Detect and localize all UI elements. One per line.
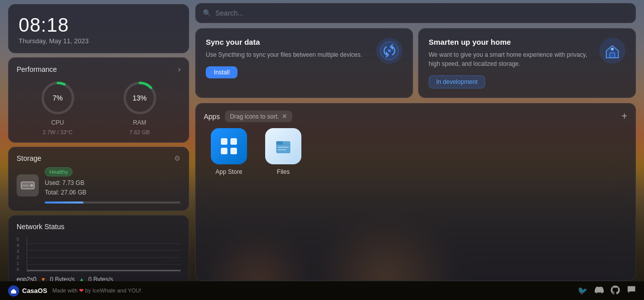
net-interface: enp2s0 xyxy=(17,276,36,281)
storage-total: Total: 27.06 GB xyxy=(45,188,181,197)
sync-card-text: Sync your data Use Syncthing to sync you… xyxy=(206,38,368,78)
upload-speed: 0 Bytes/s xyxy=(89,276,113,281)
sync-card: Sync your data Use Syncthing to sync you… xyxy=(195,28,413,98)
appstore-name: App Store xyxy=(215,168,242,175)
ram-label: RAM xyxy=(133,119,146,126)
hdd-icon xyxy=(17,174,39,196)
upload-arrow-icon: ▲ xyxy=(79,276,85,281)
sync-title: Sync your data xyxy=(206,38,368,46)
drag-hint-close-icon[interactable]: ✕ xyxy=(282,113,287,120)
ram-detail: 7.62 GB xyxy=(129,129,149,135)
app-item-files[interactable]: Files xyxy=(258,128,308,175)
storage-title: Storage xyxy=(17,154,41,162)
bottom-right-icons: 🐦 xyxy=(578,285,636,296)
ram-gauge: 13% RAM 7.62 GB xyxy=(122,80,158,135)
discord-icon[interactable] xyxy=(595,285,604,296)
svg-point-6 xyxy=(31,184,33,186)
cpu-percent-label: 7% xyxy=(52,94,62,102)
storage-used: Used: 7.73 GB xyxy=(45,178,181,188)
svg-rect-7 xyxy=(22,185,28,186)
storage-info: Healthy Used: 7.73 GB Total: 27.06 GB xyxy=(45,167,181,204)
smart-home-card: Smarten up your home We want to give you… xyxy=(418,28,636,98)
apps-grid: App Store Files xyxy=(204,128,627,175)
clock-time: 08:18 xyxy=(19,15,179,36)
download-speed: 0 Bytes/s xyxy=(50,276,74,281)
chart-label-4: 4 xyxy=(17,243,25,248)
home-title: Smarten up your home xyxy=(429,38,591,46)
install-button[interactable]: Install xyxy=(206,66,237,78)
svg-rect-12 xyxy=(221,138,227,145)
chart-label-2: 2 xyxy=(17,255,25,260)
storage-bar-container xyxy=(45,202,181,204)
performance-arrow-icon[interactable]: › xyxy=(178,65,181,74)
storage-panel: Storage ⚙ Healthy xyxy=(8,147,189,211)
storage-settings-icon[interactable]: ⚙ xyxy=(174,154,181,162)
performance-title: Performance xyxy=(17,65,57,73)
svg-rect-10 xyxy=(610,53,615,58)
heart-icon: ❤ xyxy=(79,287,84,293)
performance-panel: Performance › 7% CPU 2 xyxy=(8,57,189,143)
in-development-button[interactable]: In development xyxy=(429,75,485,88)
cpu-detail: 2.7W / 33°C xyxy=(43,129,72,135)
network-title: Network Status xyxy=(17,223,64,231)
app-item-appstore[interactable]: App Store xyxy=(204,128,254,175)
download-arrow-icon: ▼ xyxy=(40,276,46,281)
casaos-icon xyxy=(8,285,19,296)
apps-title: Apps xyxy=(204,113,220,121)
search-bar[interactable]: 🔍 xyxy=(195,3,636,23)
casaos-logo: CasaOS xyxy=(8,285,47,296)
chart-label-5: 5 xyxy=(17,237,25,242)
sync-desc: Use Syncthing to sync your files between… xyxy=(206,50,368,59)
clock-panel: 08:18 Thursday, May 11, 2023 xyxy=(8,4,189,53)
svg-rect-14 xyxy=(221,148,227,154)
apps-section: Apps Drag icons to sort. ✕ + xyxy=(195,103,636,281)
home-desc: We want to give you a smart home experie… xyxy=(429,50,591,68)
bottom-left: CasaOS Made with ❤ by IceWhale and YOU! xyxy=(8,285,141,296)
cpu-gauge: 7% CPU 2.7W / 33°C xyxy=(40,80,76,135)
storage-status-badge: Healthy xyxy=(45,167,72,176)
cpu-circle: 7% xyxy=(40,80,76,116)
cpu-label: CPU xyxy=(51,119,64,126)
svg-point-9 xyxy=(388,49,391,52)
storage-bar xyxy=(45,202,84,204)
chart-label-1: 1 xyxy=(17,261,25,266)
twitter-icon[interactable]: 🐦 xyxy=(578,286,588,295)
files-name: Files xyxy=(277,168,289,175)
chart-label-3: 3 xyxy=(17,249,25,254)
network-footer: enp2s0 ▼ 0 Bytes/s ▲ 0 Bytes/s xyxy=(17,276,181,281)
github-icon[interactable] xyxy=(611,285,620,296)
feature-cards: Sync your data Use Syncthing to sync you… xyxy=(195,28,636,98)
casaos-brand-name: CasaOS xyxy=(22,287,47,294)
network-panel: Network Status 5 4 3 2 1 0 xyxy=(8,215,189,281)
drag-hint-text: Drag icons to sort. xyxy=(230,113,279,120)
svg-rect-15 xyxy=(230,148,237,154)
bottom-bar: CasaOS Made with ❤ by IceWhale and YOU! … xyxy=(0,281,644,300)
search-icon: 🔍 xyxy=(203,9,211,17)
appstore-icon xyxy=(211,128,247,164)
drag-hint: Drag icons to sort. ✕ xyxy=(225,111,292,122)
syncthing-icon xyxy=(376,38,403,64)
chart-label-0: 0 xyxy=(17,267,25,272)
files-icon xyxy=(265,128,301,164)
clock-date: Thursday, May 11, 2023 xyxy=(19,37,179,45)
search-input[interactable] xyxy=(215,9,628,17)
svg-rect-13 xyxy=(230,138,237,145)
network-chart: 5 4 3 2 1 0 xyxy=(17,237,181,272)
footer-tagline: Made with ❤ by IceWhale and YOU! xyxy=(52,287,141,294)
ram-circle: 13% xyxy=(122,80,158,116)
ram-percent-label: 13% xyxy=(132,94,146,102)
add-app-button[interactable]: + xyxy=(621,111,627,122)
smart-home-icon xyxy=(599,38,625,64)
home-card-text: Smarten up your home We want to give you… xyxy=(429,38,591,88)
svg-rect-17 xyxy=(276,141,283,145)
forum-icon[interactable] xyxy=(627,285,636,296)
chart-area xyxy=(27,237,181,272)
